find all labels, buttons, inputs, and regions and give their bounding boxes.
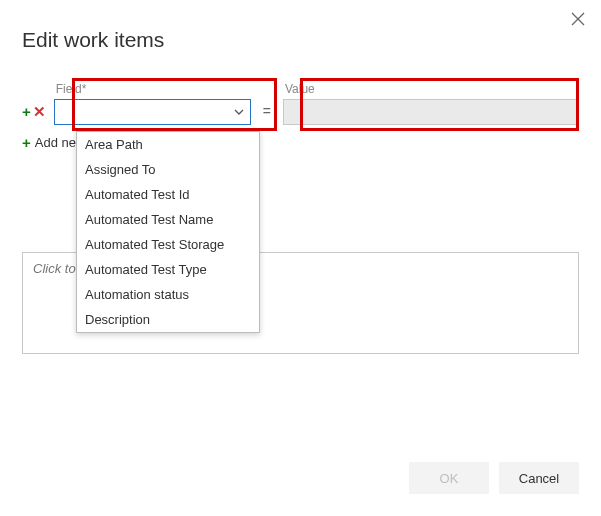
dialog-footer: OK Cancel [409,462,579,494]
field-label: Field* [54,82,251,96]
field-input[interactable] [61,105,232,120]
dropdown-option[interactable]: Automated Test Name [77,207,259,232]
dropdown-option[interactable]: Automated Test Type [77,257,259,282]
value-input[interactable] [284,100,578,124]
dropdown-option[interactable]: Description [77,307,259,332]
close-icon[interactable] [571,12,585,26]
equals-label: = [251,103,283,125]
value-group: Value [283,82,579,125]
chevron-down-icon[interactable] [232,105,246,119]
dropdown-option[interactable]: Automation status [77,282,259,307]
add-row-icon[interactable]: + [22,104,31,125]
dialog-title: Edit work items [22,28,164,52]
value-label: Value [283,82,579,96]
plus-icon: + [22,134,31,151]
ok-button[interactable]: OK [409,462,489,494]
dropdown-option[interactable]: Automated Test Storage [77,232,259,257]
field-row: + ✕ Field* = Value [22,82,579,125]
field-group: Field* [54,82,251,125]
remove-row-icon[interactable]: ✕ [33,104,46,125]
dropdown-option[interactable]: Assigned To [77,157,259,182]
cancel-button[interactable]: Cancel [499,462,579,494]
field-combobox[interactable] [54,99,251,125]
dropdown-option[interactable]: Automated Test Id [77,182,259,207]
field-dropdown[interactable]: Area PathAssigned ToAutomated Test IdAut… [76,131,260,333]
dropdown-option[interactable]: Area Path [77,132,259,157]
